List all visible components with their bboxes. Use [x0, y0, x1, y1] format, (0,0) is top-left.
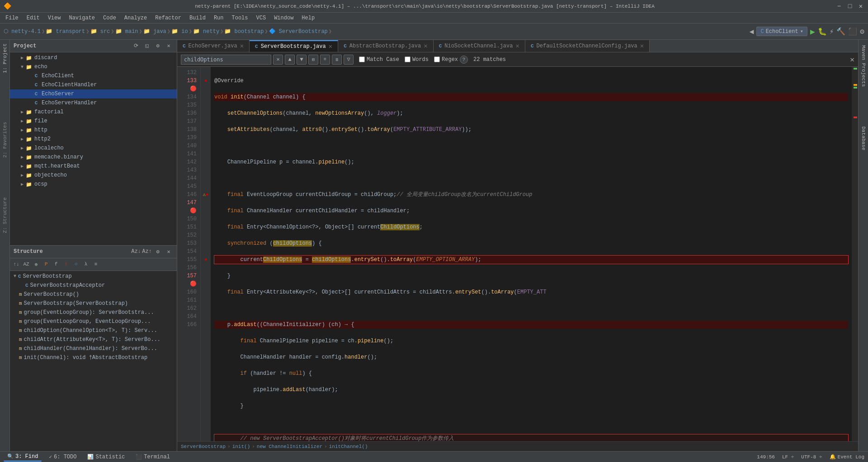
struct-sort-alpha[interactable]: AZ: [22, 260, 31, 269]
tab-close-defaultsocketchannelconfig[interactable]: ✕: [640, 43, 644, 49]
tree-item-objectecho[interactable]: ▶ 📁 objectecho: [10, 171, 177, 180]
menu-view[interactable]: View: [44, 14, 65, 22]
tree-item-discard[interactable]: ▶ 📁 discard: [10, 53, 177, 62]
tree-item-echoclienthandler[interactable]: ▶ C EchoClientHandler: [10, 80, 177, 89]
match-case-checkbox[interactable]: [359, 56, 365, 62]
words-option[interactable]: Words: [405, 56, 429, 63]
search-find-all-button[interactable]: ⊞: [308, 55, 318, 65]
struct-icon8[interactable]: λ: [81, 260, 90, 269]
maximize-button[interactable]: □: [846, 3, 854, 10]
tree-item-factorial[interactable]: ▶ 📁 factorial: [10, 107, 177, 117]
side-tab-maven[interactable]: Maven Projects: [860, 43, 867, 89]
tab-close-echoserver[interactable]: ✕: [240, 43, 244, 49]
menu-tools[interactable]: Tools: [228, 14, 252, 22]
struct-item-ctor2[interactable]: m ServerBootstrap(ServerBootstrap): [10, 299, 177, 308]
regex-checkbox[interactable]: [434, 56, 440, 62]
project-settings-button[interactable]: ⚙: [153, 42, 162, 51]
menu-build[interactable]: Build: [186, 14, 209, 22]
project-close-button[interactable]: ✕: [164, 42, 173, 51]
tree-item-echoserver[interactable]: ▶ C EchoServer: [10, 89, 177, 98]
tree-item-echo[interactable]: ▼ 📁 echo: [10, 62, 177, 71]
search-close-button[interactable]: ✕: [850, 55, 854, 64]
search-input[interactable]: [181, 55, 271, 65]
menu-code[interactable]: Code: [99, 14, 120, 22]
run-config-label[interactable]: EchoClient: [766, 28, 798, 35]
breadcrumb-io[interactable]: 📁 io: [171, 28, 188, 35]
breadcrumb-bootstrap[interactable]: 📁 bootstrap: [224, 28, 264, 35]
struct-icon7[interactable]: ○: [71, 260, 80, 269]
search-multiline-button[interactable]: ≡: [320, 55, 330, 65]
menu-run[interactable]: Run: [210, 14, 227, 22]
breadcrumb-netty[interactable]: 📁 netty: [193, 28, 219, 35]
struct-show-fields[interactable]: P: [42, 260, 51, 269]
menu-analyze[interactable]: Analyze: [121, 14, 151, 22]
tab-close-serverbootstrap[interactable]: ✕: [329, 43, 332, 50]
struct-show-inherited[interactable]: ⊕: [32, 260, 41, 269]
tree-item-mqtt[interactable]: ▶ 📁 mqtt.heartBeat: [10, 162, 177, 171]
tree-item-file[interactable]: ▶ 📁 file: [10, 117, 177, 126]
struct-icon9[interactable]: ≡: [91, 260, 100, 269]
tab-close-abstractbootstrap[interactable]: ✕: [424, 43, 427, 49]
struct-sort-decl[interactable]: ↑↓: [12, 260, 21, 269]
tree-item-http2[interactable]: ▶ 📁 http2: [10, 135, 177, 144]
project-sync-button[interactable]: ⟳: [132, 42, 141, 51]
search-help-button[interactable]: ?: [460, 56, 468, 64]
structure-settings-btn[interactable]: ⚙: [153, 247, 162, 256]
menu-window[interactable]: Window: [270, 14, 297, 22]
tree-item-echoclient[interactable]: ▶ C EchoClient: [10, 71, 177, 80]
project-collapse-button[interactable]: ◱: [142, 42, 151, 51]
tab-niosocketchannel[interactable]: C NioSocketChannel.java ✕: [434, 40, 525, 52]
event-log-button[interactable]: 🔔 Event Log: [830, 454, 864, 460]
struct-item-childhandler[interactable]: m childHandler(ChannelHandler): ServerBo…: [10, 344, 177, 353]
minimize-button[interactable]: −: [835, 3, 843, 10]
struct-icon6[interactable]: !: [61, 260, 71, 269]
lf-indicator[interactable]: LF ÷: [782, 454, 794, 460]
side-tab-project[interactable]: 1: Project: [1, 42, 9, 75]
struct-item-ctor1[interactable]: m ServerBootstrap(): [10, 290, 177, 299]
encoding-indicator[interactable]: UTF-8 ÷: [801, 454, 822, 460]
build-button[interactable]: 🔨: [836, 27, 845, 36]
tree-item-memcache[interactable]: ▶ 📁 memcache.binary: [10, 153, 177, 162]
tab-abstractbootstrap[interactable]: C AbstractBootstrap.java ✕: [338, 40, 433, 52]
struct-item-acceptor[interactable]: ▶ C ServerBootstrapAcceptor: [10, 281, 177, 290]
run-coverage-button[interactable]: ⚡: [830, 27, 834, 36]
breadcrumb-project[interactable]: ⬡ netty-4.1: [4, 28, 41, 35]
match-case-option[interactable]: Match Case: [359, 56, 399, 63]
search-filter-button[interactable]: ▽: [344, 55, 354, 65]
tree-item-ocsp[interactable]: ▶ 📁 ocsp: [10, 180, 177, 189]
nav-serverbootstrap[interactable]: ServerBootstrap: [181, 444, 226, 449]
menu-help[interactable]: Help: [298, 14, 318, 22]
search-prev-button[interactable]: ▲: [285, 55, 295, 65]
run-config-dropdown[interactable]: ▾: [800, 28, 803, 35]
find-tab[interactable]: 🔍 3: Find: [4, 453, 42, 462]
struct-item-childoption[interactable]: m childOption(ChannelOption<T>, T): Serv…: [10, 326, 177, 335]
menu-refactor[interactable]: Refactor: [151, 14, 185, 22]
breadcrumb-java[interactable]: 📁 java: [143, 28, 166, 35]
settings-button[interactable]: ⚙: [860, 27, 864, 36]
breadcrumb-module[interactable]: 📁 transport: [46, 28, 85, 35]
search-multiline2-button[interactable]: ≣: [332, 55, 342, 65]
back-button[interactable]: ◀: [750, 27, 754, 36]
search-clear-button[interactable]: ✕: [273, 55, 283, 65]
side-tab-structure-left[interactable]: Z: Structure: [1, 196, 9, 235]
struct-item-group1[interactable]: m group(EventLoopGroup): ServerBootstra.…: [10, 308, 177, 317]
tab-close-niosocketchannel[interactable]: ✕: [515, 43, 519, 49]
menu-file[interactable]: File: [2, 14, 22, 22]
menu-vcs[interactable]: VCS: [253, 14, 270, 22]
stop-button[interactable]: ⬛: [848, 27, 857, 36]
menu-navigate[interactable]: Navigate: [65, 14, 99, 22]
side-tab-favorites[interactable]: 2: Favorites: [1, 120, 9, 159]
nav-new-channelinitializer[interactable]: new ChannelInitializer: [257, 444, 322, 449]
struct-item-init[interactable]: m init(Channel): void †AbstractBootstrap: [10, 353, 177, 362]
structure-sort-vis[interactable]: Az↑: [142, 247, 151, 256]
struct-root[interactable]: ▼ C ServerBootstrap: [10, 272, 177, 281]
nav-init[interactable]: init(): [232, 444, 250, 449]
tree-item-http[interactable]: ▶ 📁 http: [10, 126, 177, 135]
struct-item-childattr[interactable]: m childAttr(AttributeKey<T>, T): ServerB…: [10, 335, 177, 344]
structure-sort-alpha[interactable]: Az↓: [132, 247, 141, 256]
struct-item-group2[interactable]: m group(EventLoopGroup, EventLoopGroup..…: [10, 317, 177, 326]
debug-button[interactable]: 🐛: [818, 27, 827, 36]
side-tab-database[interactable]: Database: [860, 125, 867, 152]
todo-tab[interactable]: ✓ 6: TODO: [45, 453, 80, 461]
tab-serverbootstrap[interactable]: C ServerBootstrap.java ✕: [250, 40, 338, 52]
